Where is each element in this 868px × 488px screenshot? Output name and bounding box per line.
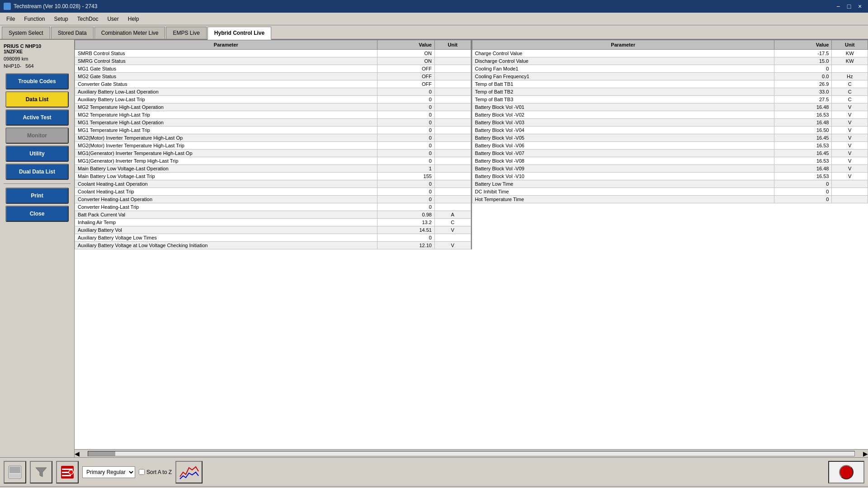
left-table-row: SMRG Control Status ON	[75, 57, 471, 65]
left-param-cell: Main Battery Low Voltage-Last Operation	[75, 165, 377, 173]
dual-tables: Parameter Value Unit SMRB Control Status…	[75, 40, 868, 249]
right-param-header: Parameter	[472, 40, 774, 50]
monitor-button[interactable]: Monitor	[5, 127, 69, 144]
tab-emps-live[interactable]: EMPS Live	[166, 27, 206, 39]
scroll-track[interactable]	[88, 451, 855, 456]
left-unit-cell	[434, 203, 471, 211]
svg-rect-3	[9, 474, 20, 478]
car-model: PRIUS C NHP10	[4, 43, 71, 49]
record-button[interactable]	[839, 465, 854, 479]
tab-system-select[interactable]: System Select	[2, 27, 50, 39]
left-table-row: Auxiliary Battery Low-Last Trip 0	[75, 96, 471, 103]
sort-checkbox-label: Sort A to Z	[139, 469, 172, 475]
left-unit-cell	[434, 165, 471, 173]
scroll-thumb[interactable]	[88, 451, 115, 456]
right-value-cell: 16.50	[774, 127, 832, 134]
print-button[interactable]: Print	[5, 188, 69, 204]
left-table-row: Batt Pack Current Val 0.98 A	[75, 211, 471, 219]
right-value-cell: 0	[774, 180, 832, 188]
left-unit-cell	[434, 50, 471, 57]
dual-data-list-button[interactable]: Dual Data List	[5, 164, 69, 180]
left-unit-cell	[434, 234, 471, 242]
primary-select[interactable]: Primary Regular Secondary Custom	[82, 466, 135, 478]
scroll-left-button[interactable]: ◀	[75, 450, 80, 457]
right-unit-cell: KW	[832, 50, 868, 57]
active-test-button[interactable]: Active Test	[5, 109, 69, 126]
right-unit-cell	[832, 196, 868, 203]
right-table-row: Battery Block Vol -V02 16.53 V	[472, 111, 868, 119]
left-value-cell: 0	[377, 111, 434, 119]
right-value-cell: 16.48	[774, 119, 832, 127]
scroll-right-button[interactable]: ▶	[863, 450, 868, 457]
right-param-cell: Temp of Batt TB1	[472, 80, 774, 88]
right-value-cell: 27.5	[774, 96, 832, 103]
left-unit-cell: V	[434, 226, 471, 234]
right-table-row: Charge Control Value -17.5 KW	[472, 50, 868, 57]
left-unit-cell: V	[434, 242, 471, 249]
left-value-cell: 0	[377, 127, 434, 134]
left-table-row: MG1(Generator) Inverter Temp High-Last T…	[75, 157, 471, 165]
left-param-cell: MG2 Gate Status	[75, 73, 377, 80]
filter-button[interactable]	[30, 461, 52, 483]
left-table-row: Inhaling Air Temp 13.2 C	[75, 219, 471, 226]
left-unit-cell	[434, 188, 471, 196]
right-param-cell: Cooling Fan Frequency1	[472, 73, 774, 80]
left-value-cell: 0	[377, 134, 434, 142]
chart-button[interactable]	[175, 461, 203, 483]
export-button[interactable]	[4, 461, 26, 483]
svg-point-8	[69, 470, 73, 474]
menu-help[interactable]: Help	[123, 14, 144, 24]
svg-rect-7	[62, 475, 71, 476]
tabbar: System Select Stored Data Combination Me…	[0, 25, 868, 40]
menu-setup[interactable]: Setup	[49, 14, 72, 24]
right-param-cell: Battery Low Time	[472, 180, 774, 188]
minimize-button[interactable]: −	[834, 2, 843, 10]
maximize-button[interactable]: □	[844, 2, 854, 10]
right-value-cell: 16.53	[774, 142, 832, 150]
car-variant: 1NZFXE	[4, 49, 71, 54]
right-table-row: DC Inhibit Time 0	[472, 188, 868, 196]
utility-button[interactable]: Utility	[5, 145, 69, 162]
left-unit-cell	[434, 127, 471, 134]
right-value-cell: 16.53	[774, 173, 832, 180]
left-unit-cell	[434, 103, 471, 111]
content-area: Parameter Value Unit SMRB Control Status…	[75, 40, 868, 457]
tab-combination-meter-live[interactable]: Combination Meter Live	[94, 27, 165, 39]
right-param-cell: Battery Block Vol -V03	[472, 119, 774, 127]
left-value-cell: ON	[377, 50, 434, 57]
left-param-cell: Main Battery Low Voltage-Last Trip	[75, 173, 377, 180]
menu-techdoc[interactable]: TechDoc	[73, 14, 103, 24]
right-unit-cell: V	[832, 150, 868, 157]
settings-button[interactable]	[56, 461, 79, 483]
left-table-row: Auxiliary Battery Low-Last Operation 0	[75, 88, 471, 96]
tab-hybrid-control-live[interactable]: Hybrid Control Live	[208, 27, 271, 40]
horizontal-scrollbar[interactable]: ◀ ▶	[75, 449, 868, 457]
right-param-cell: Battery Block Vol -V08	[472, 157, 774, 165]
right-value-cell: 26.9	[774, 80, 832, 88]
left-table-row: MG1 Temperature High-Last Operation 0	[75, 119, 471, 127]
right-table-row: Hot Temperature Time 0	[472, 196, 868, 203]
data-list-button[interactable]: Data List	[5, 91, 69, 108]
trouble-codes-button[interactable]: Trouble Codes	[5, 73, 69, 89]
right-value-cell: -17.5	[774, 50, 832, 57]
tab-stored-data[interactable]: Stored Data	[51, 27, 94, 39]
left-data-table: Parameter Value Unit SMRB Control Status…	[75, 40, 471, 249]
svg-rect-6	[62, 472, 69, 473]
left-value-cell: ON	[377, 57, 434, 65]
menu-user[interactable]: User	[103, 14, 123, 24]
left-param-cell: Auxiliary Battery Vol	[75, 226, 377, 234]
right-table-row: Temp of Batt TB2 33.0 C	[472, 88, 868, 96]
right-unit-cell: C	[832, 88, 868, 96]
right-param-cell: Discharge Control Value	[472, 57, 774, 65]
right-table-row: Battery Block Vol -V03 16.48 V	[472, 119, 868, 127]
menu-file[interactable]: File	[2, 14, 19, 24]
menu-function[interactable]: Function	[19, 14, 49, 24]
close-button[interactable]: ×	[855, 2, 864, 10]
close-button-sidebar[interactable]: Close	[5, 206, 69, 222]
right-unit-cell: Hz	[832, 73, 868, 80]
data-table-container[interactable]: Parameter Value Unit SMRB Control Status…	[75, 40, 868, 449]
right-unit-cell: V	[832, 119, 868, 127]
sort-checkbox[interactable]	[139, 469, 145, 475]
left-param-cell: Batt Pack Current Val	[75, 211, 377, 219]
toolbar: Primary Regular Secondary Custom Sort A …	[0, 457, 868, 486]
